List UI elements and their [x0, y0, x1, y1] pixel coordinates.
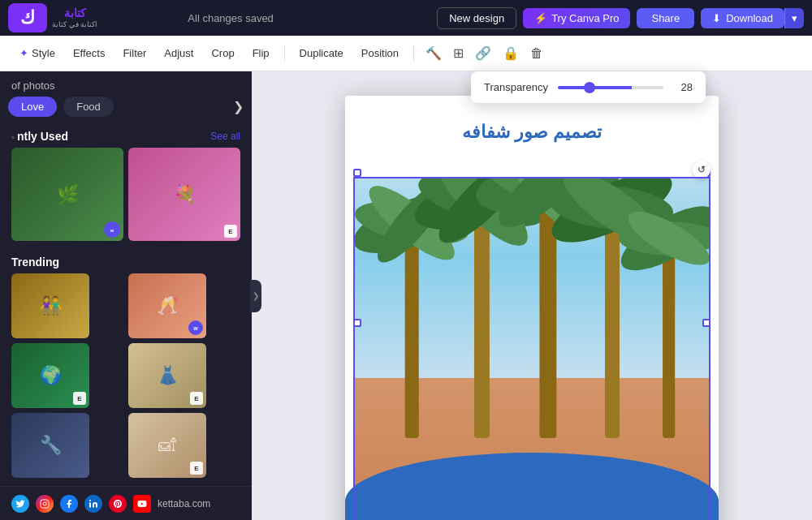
trending-grid: 👫 🥂 w 🌍 E 👗 E: [0, 273, 252, 486]
trending-badge-4: E: [190, 392, 203, 405]
youtube-icon[interactable]: [133, 495, 151, 513]
adjust-button[interactable]: Adjust: [158, 44, 200, 62]
svg-rect-27: [663, 239, 675, 438]
download-icon: ⬇: [712, 12, 721, 24]
svg-rect-8: [405, 223, 419, 438]
photo-badge-2: E: [224, 225, 237, 238]
saved-status: All changes saved: [31, 12, 430, 24]
toolbar: ✦ Style Effects Filter Adjust Crop Flip …: [0, 36, 812, 71]
handle-mid-left[interactable]: [353, 319, 361, 327]
trending-photo-2[interactable]: 🥂 w: [128, 273, 206, 338]
left-sidebar: of photos Love Food ❯ ◦ ntly Used See al…: [0, 71, 252, 520]
share-button[interactable]: Share: [637, 8, 694, 28]
trending-photo-6[interactable]: 🛋 E: [128, 413, 206, 478]
svg-rect-23: [605, 208, 620, 438]
style-button[interactable]: ✦ Style: [13, 44, 62, 62]
trending-content-1: 👫: [11, 273, 89, 338]
photo-badge-1: w: [104, 221, 120, 238]
position-button[interactable]: Position: [355, 44, 405, 62]
grid-button[interactable]: ⊞: [450, 42, 467, 64]
lock-button[interactable]: 🔒: [499, 42, 522, 64]
new-design-button[interactable]: New design: [437, 7, 516, 29]
trending-badge-2: w: [188, 320, 203, 335]
twitter-icon[interactable]: [11, 495, 29, 513]
footer-website: kettaba.com: [158, 498, 210, 509]
effects-button[interactable]: Effects: [67, 44, 112, 62]
download-group: ⬇ Download ▾: [701, 8, 804, 28]
hammer-icon: 🔨: [425, 45, 442, 61]
linkedin-icon[interactable]: [84, 495, 102, 513]
category-food[interactable]: Food: [63, 97, 114, 117]
grid-icon: ⊞: [453, 45, 464, 61]
svg-text:w: w: [110, 228, 114, 233]
facebook-icon[interactable]: [60, 495, 78, 513]
svg-point-4: [43, 502, 46, 505]
svg-rect-18: [539, 184, 556, 438]
trending-photo-1[interactable]: 👫: [11, 273, 89, 338]
photo-thumb-1[interactable]: 🌿 w: [11, 148, 123, 241]
sidebar-top: of photos: [0, 71, 252, 97]
handle-top-left[interactable]: [353, 169, 361, 177]
trending-photo-3[interactable]: 🌍 E: [11, 343, 89, 408]
svg-rect-3: [41, 500, 49, 508]
text-overlay[interactable]: تصميم صور شفافه: [361, 112, 702, 153]
delete-button[interactable]: 🗑: [527, 43, 546, 64]
main-layout: of photos Love Food ❯ ◦ ntly Used See al…: [0, 71, 812, 520]
transparency-label: Transparency: [484, 81, 548, 93]
recently-used-header: ◦ ntly Used See all: [0, 123, 252, 148]
trending-photo-4[interactable]: 👗 E: [128, 343, 206, 408]
design-canvas: تصميم صور شفافه: [345, 96, 719, 520]
svg-text:w: w: [192, 325, 198, 331]
download-button[interactable]: ⬇ Download: [701, 8, 784, 28]
trending-header: Trending: [0, 249, 252, 273]
sidebar-footer: kettaba.com: [0, 486, 252, 520]
link-icon: 🔗: [475, 45, 491, 61]
sidebar-collapse-handle[interactable]: ❯: [250, 280, 261, 312]
transparency-slider[interactable]: [558, 86, 663, 89]
pro-icon: ⚡: [534, 12, 547, 24]
style-icon: ✦: [19, 47, 28, 59]
link-button[interactable]: 🔗: [472, 42, 495, 64]
svg-rect-13: [474, 200, 490, 438]
toolbar-separator-1: [284, 45, 285, 62]
delete-icon: 🗑: [530, 46, 543, 61]
category-tabs: Love Food ❯: [0, 97, 252, 123]
canvas-area[interactable]: تصميم صور شفافه: [252, 71, 812, 520]
pinterest-icon[interactable]: [109, 495, 127, 513]
toolbar-separator-2: [413, 45, 414, 62]
filter-button[interactable]: Filter: [116, 44, 153, 62]
top-bar: ك كتابة اكتابة في كتابة All changes save…: [0, 0, 812, 36]
hammer-button[interactable]: 🔨: [422, 42, 445, 64]
instagram-icon[interactable]: [36, 495, 54, 513]
svg-point-6: [89, 500, 91, 501]
sidebar-wrapper: of photos Love Food ❯ ◦ ntly Used See al…: [0, 71, 252, 520]
top-bar-right: New design ⚡ Try Canva Pro Share ⬇ Downl…: [437, 7, 804, 29]
try-pro-button[interactable]: ⚡ Try Canva Pro: [523, 8, 630, 28]
see-all-button[interactable]: See all: [210, 131, 240, 142]
duplicate-button[interactable]: Duplicate: [293, 44, 350, 62]
trending-photo-5[interactable]: 🔧: [11, 413, 89, 478]
crop-button[interactable]: Crop: [205, 44, 240, 62]
trending-content-5: 🔧: [11, 413, 89, 478]
recently-used-grid: 🌿 w 💐 E: [0, 148, 252, 249]
trending-badge-6: E: [190, 462, 203, 475]
svg-point-5: [46, 501, 48, 503]
trending-badge-3: E: [73, 392, 86, 405]
recently-used-title: ◦ ntly Used: [11, 130, 68, 143]
flip-button[interactable]: Flip: [246, 44, 276, 62]
category-next-arrow[interactable]: ❯: [233, 99, 244, 114]
category-love[interactable]: Love: [8, 97, 57, 117]
transparency-popup: Transparency 28: [471, 71, 706, 103]
trending-title: Trending: [11, 256, 59, 269]
download-caret-button[interactable]: ▾: [784, 8, 804, 28]
photo-thumb-2[interactable]: 💐 E: [128, 148, 240, 241]
transparency-value: 28: [673, 81, 693, 93]
arabic-text: تصميم صور شفافه: [462, 122, 602, 142]
lock-icon: 🔒: [503, 45, 519, 61]
rotate-handle[interactable]: ↺: [693, 161, 710, 178]
handle-mid-right[interactable]: [702, 319, 710, 327]
